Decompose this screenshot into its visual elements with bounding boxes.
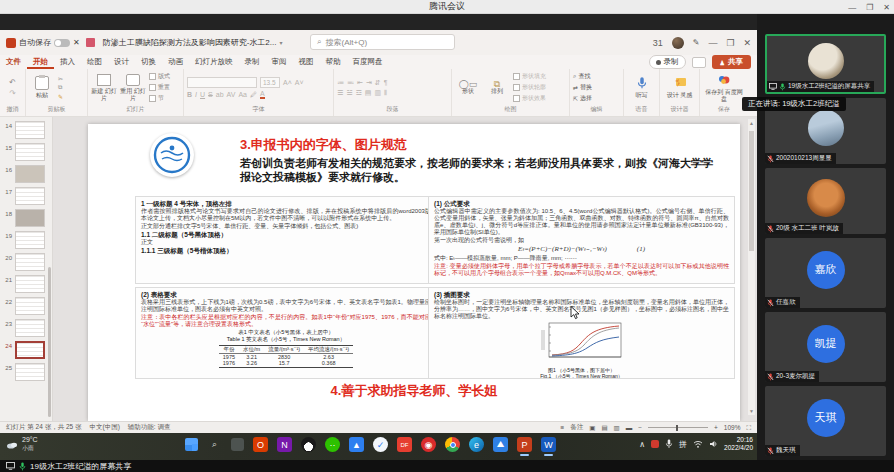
tab-help[interactable]: 帮助 (320, 55, 347, 69)
text-shadow-icon[interactable]: ab (216, 91, 224, 98)
zoom-slider[interactable] (648, 427, 708, 428)
change-case-icon[interactable]: Aa (238, 91, 247, 98)
ppt-minimize-button[interactable]: — (708, 38, 717, 48)
media-app-icon[interactable]: ◉ (421, 437, 436, 452)
format-painter-icon[interactable]: ✎ (58, 93, 63, 100)
current-slide[interactable]: 3.申报书内的字体、图片规范 若创训负责老师有发相关的规范要求，按老师的要求来；… (88, 124, 740, 421)
tab-insert[interactable]: 插入 (54, 55, 81, 69)
undo-icon[interactable]: ↶ (9, 78, 16, 87)
chrome-icon[interactable] (445, 437, 460, 452)
tray-mic-icon[interactable] (665, 439, 673, 449)
thumbnail-slide-20[interactable]: 20 (4, 253, 50, 271)
wifi-icon[interactable] (693, 440, 703, 448)
select-button[interactable]: ⇱选择 (573, 94, 592, 103)
meeting-close-button[interactable]: ✕ (883, 3, 890, 12)
taskbar-clock[interactable]: 20:16 2022/4/20 (724, 436, 753, 452)
search-input[interactable]: ⌕ 搜索(Alt+Q) (310, 34, 455, 50)
input-method-indicator[interactable]: 拼 (679, 439, 687, 450)
weather-widget[interactable]: 29°C 小雨 (6, 436, 38, 453)
tab-review[interactable]: 审阅 (266, 55, 293, 69)
tab-slideshow[interactable]: 幻灯片放映 (189, 55, 239, 69)
paste-button[interactable]: 粘贴 (29, 76, 55, 99)
highlight-icon[interactable]: 🖉 (250, 91, 257, 98)
canvas-scrollbar[interactable]: ▲ ▼ (748, 119, 755, 415)
participant-tile-kaiti[interactable]: 凯提 20-3麦尔凯提 (765, 312, 886, 382)
gallery-icon[interactable]: ▲ (349, 437, 364, 452)
qq-icon[interactable] (301, 437, 316, 452)
bold-icon[interactable]: B (187, 91, 192, 98)
zoom-level[interactable]: 109% (724, 424, 741, 431)
slide-thumbnail-panel[interactable]: 14 15 16 17 18 19 20 21 22 23 24 25 (0, 117, 53, 421)
language-indicator[interactable]: 中文(中国) (90, 423, 120, 432)
autosave-toggle[interactable]: 自动保存 ✕ (6, 37, 80, 48)
reuse-slides-button[interactable]: 重用 幻灯片 (120, 74, 146, 101)
pen-icon[interactable]: ✎ (693, 38, 700, 47)
tab-baidu-netdisk[interactable]: 百度网盘 (347, 55, 389, 69)
title-chevron-icon[interactable]: ▾ (279, 39, 282, 46)
shape-outline-label[interactable]: 形状轮廓 (522, 83, 546, 92)
zoom-in-button[interactable]: + (714, 424, 718, 431)
tab-design[interactable]: 设计 (108, 55, 135, 69)
thumbnail-slide-24-selected[interactable]: 24 (4, 341, 50, 359)
save-icon[interactable] (86, 38, 95, 47)
cut-icon[interactable]: ✂ (58, 75, 63, 82)
thumbnail-slide-23[interactable]: 23 (4, 319, 50, 337)
sorter-view-icon[interactable]: ▤ (601, 424, 607, 432)
copy-icon[interactable]: ⧉ (58, 84, 63, 91)
redo-icon[interactable]: ↷ (9, 89, 16, 98)
meeting-maximize-button[interactable]: ❐ (866, 3, 873, 12)
accessibility-indicator[interactable]: 辅助功能: 调查 (128, 423, 171, 432)
strikethrough-icon[interactable]: S (208, 91, 213, 98)
search-icon[interactable]: ⌕ (207, 437, 222, 452)
comments-button[interactable] (692, 57, 706, 68)
thumbnail-scrollbar[interactable] (48, 267, 51, 417)
thumbnail-slide-22[interactable]: 22 (4, 297, 50, 315)
autosave-switch[interactable] (54, 39, 70, 47)
tab-animations[interactable]: 动画 (162, 55, 189, 69)
share-button[interactable]: ♟ 共享 (712, 55, 751, 69)
thumbnail-slide-17[interactable]: 17 (4, 187, 50, 205)
participant-tile-weitianqi[interactable]: 天琪 魏天琪 (765, 386, 886, 456)
section-button[interactable]: 节 (149, 94, 170, 103)
char-spacing-icon[interactable]: AV (227, 91, 236, 98)
slideshow-view-icon[interactable]: ▬ (626, 424, 633, 431)
tab-view[interactable]: 视图 (293, 55, 320, 69)
onenote-icon[interactable]: N (277, 437, 292, 452)
font-name-select[interactable] (187, 77, 257, 88)
thumbnail-slide-18[interactable]: 18 (4, 209, 50, 227)
volume-icon[interactable] (709, 440, 718, 448)
shape-effect-label[interactable]: 形状效果 (522, 94, 546, 103)
find-button[interactable]: ⌕查找 (573, 72, 592, 81)
task-view-icon[interactable] (231, 438, 244, 451)
meeting-minimize-button[interactable]: — (848, 3, 856, 12)
arrange-button[interactable]: ⧉ 排列 (484, 81, 510, 94)
word-taskbar-icon[interactable]: W (541, 437, 556, 452)
participant-tile-yelanfang[interactable]: 20级 水工二班 叶岚放 (765, 168, 886, 234)
tab-home[interactable]: 开始 (27, 55, 54, 69)
design-ideas-button[interactable]: 设计 灵感 (667, 76, 693, 99)
tab-transitions[interactable]: 切换 (135, 55, 162, 69)
underline-icon[interactable]: U (200, 91, 205, 98)
thumbnail-slide-16[interactable]: 16 (4, 165, 50, 183)
shape-fill-label[interactable]: 形状填充 (522, 72, 546, 81)
dictate-button[interactable]: 听写 (629, 76, 655, 99)
thumbnail-slide-25[interactable]: 25 (4, 363, 50, 381)
powerpoint-taskbar-icon[interactable]: P (517, 437, 532, 452)
save-to-baidu-button[interactable]: 保存到 百度网盘 (704, 73, 744, 102)
italic-icon[interactable]: I (195, 91, 197, 98)
thumbnail-slide-21[interactable]: 21 (4, 275, 50, 293)
thumbnail-slide-15[interactable]: 15 (4, 143, 50, 161)
tab-file[interactable]: 文件 (0, 55, 27, 69)
tab-draw[interactable]: 绘图 (81, 55, 108, 69)
hidden-icons-arrow[interactable]: ∧ (639, 440, 645, 449)
participant-tile-jiyi-screenshare[interactable]: 19级水工2班纪溢的屏幕共享 (765, 34, 886, 94)
office-icon[interactable]: O (253, 437, 268, 452)
reset-button[interactable]: 重置 (149, 83, 170, 92)
wps-icon[interactable]: DF (397, 437, 412, 452)
tab-record[interactable]: 录制 (239, 55, 266, 69)
ppt-restore-button[interactable]: ❐ (726, 38, 734, 48)
notes-button[interactable]: 备注 (570, 423, 583, 432)
font-color-icon[interactable]: A (260, 90, 265, 99)
photos-icon[interactable]: ⛰ (493, 437, 508, 452)
new-slide-button[interactable]: 新建 幻灯片 (91, 74, 117, 101)
